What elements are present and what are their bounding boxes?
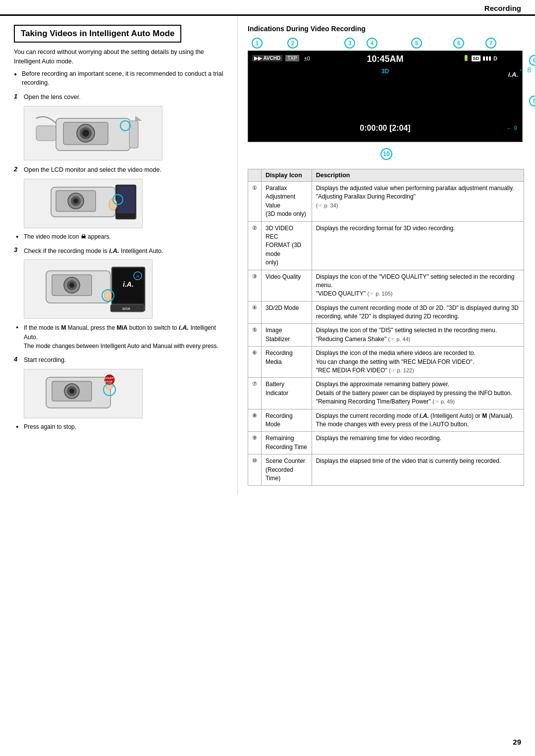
intro-bullet: Before recording an important scene, it … [14, 69, 226, 88]
indicator-3: 3 [344, 38, 355, 49]
offset-indicator: ±0 [304, 55, 310, 61]
table-row: ⑦ Battery Indicator Displays the approxi… [248, 378, 524, 409]
txp-indicator: TXP [285, 55, 299, 61]
step-text-4: Start recording. [24, 355, 66, 365]
left-column: Taking Videos in Intelligent Auto Mode Y… [0, 16, 238, 495]
step-3: 3 Check if the recording mode is i.A. In… [14, 246, 226, 256]
bullet-manual-note: If the mode is M Manual, press the MiA b… [14, 323, 226, 351]
row-num: ② [248, 221, 262, 270]
row-num: ④ [248, 301, 262, 324]
svg-point-28 [105, 290, 111, 301]
d-indicator: D [493, 55, 497, 61]
step-2: 2 Open the LCD monitor and select the vi… [14, 165, 226, 175]
svg-point-4 [82, 130, 89, 137]
row-icon: Image Stabilizer [262, 324, 312, 347]
camera-display: ▶▶ AVCHD TXP ±0 10:45AM 3D 🔋 SD ▮▮▮ D [248, 50, 523, 142]
row-icon: Recording Mode [262, 409, 312, 432]
table-row: ③ Video Quality Displays the icon of the… [248, 270, 524, 301]
indicator-1: 1 [252, 38, 263, 49]
camera-illustration-3: i.A. A M/iA [24, 259, 153, 319]
svg-point-13 [73, 199, 78, 203]
svg-rect-8 [36, 126, 56, 141]
step-text-3: Check if the recording mode is i.A. Inte… [24, 246, 163, 256]
row-num: ③ [248, 270, 262, 301]
section-title: Taking Videos in Intelligent Auto Mode [14, 25, 181, 43]
svg-text:STOP: STOP [105, 380, 112, 383]
row-num: ⑤ [248, 324, 262, 347]
row-desc: Displays the adjusted value when perform… [312, 182, 524, 222]
3d-label: 3D [381, 68, 389, 75]
col-desc-header: Description [312, 169, 524, 182]
row-icon: Battery Indicator [262, 378, 312, 409]
step-text-1: Open the lens cover. [24, 93, 81, 102]
row-num: ⑨ [248, 432, 262, 454]
camera-illustration-2 [24, 179, 143, 228]
counter-display: 0:00:00 [2:04] [360, 124, 410, 133]
row-icon: ParallaxAdjustment Value(3D mode only) [262, 182, 312, 222]
intro-text-1: You can record without worrying about th… [14, 48, 226, 66]
row-num: ⑥ [248, 347, 262, 378]
svg-text:M/iA: M/iA [122, 306, 131, 311]
page-number: 29 [513, 738, 521, 746]
right-column: Indications During Video Recording 1 2 3… [238, 16, 535, 495]
svg-point-36 [69, 389, 74, 394]
step-4: 4 Start recording. [14, 355, 226, 365]
row-desc: Displays the icon of the media where vid… [312, 347, 524, 378]
step-num-4: 4 [14, 355, 22, 363]
table-row: ⑥ Recording Media Displays the icon of t… [248, 347, 524, 378]
battery-icon: 🔋 [463, 55, 470, 61]
svg-text:i.A.: i.A. [123, 280, 134, 288]
row-icon: Recording Media [262, 347, 312, 378]
step-text-2: Open the LCD monitor and select the vide… [24, 165, 161, 175]
table-row: ⑩ Scene Counter(Recorded Time) Displays … [248, 454, 524, 486]
row-icon: Video Quality [262, 270, 312, 301]
row-num: ⑧ [248, 409, 262, 432]
table-row: ⑧ Recording Mode Displays the current re… [248, 409, 524, 432]
camera-illustration-4: START STOP [24, 369, 143, 418]
row-num: ⑩ [248, 454, 262, 486]
time-display: 10:45AM [367, 54, 403, 64]
svg-text:A: A [136, 274, 139, 279]
row-desc: Displays the remaining time for video re… [312, 432, 524, 454]
row-desc: Displays the current recording mode of 3… [312, 301, 524, 324]
avchd-indicator: ▶▶ AVCHD [252, 55, 282, 61]
sd-label: SD [472, 55, 481, 61]
description-table: Display Icon Description ① ParallaxAdjus… [248, 169, 524, 486]
arrow-9: ← 9 [506, 125, 517, 132]
camera-illustration-1 [24, 106, 162, 160]
table-row: ① ParallaxAdjustment Value(3D mode only)… [248, 182, 524, 222]
row-desc: Displays the recording format for 3D vid… [312, 221, 524, 270]
right-section-title: Indications During Video Recording [248, 25, 524, 33]
header-title: Recording [484, 4, 521, 12]
row-icon: 3D VIDEO RECFORMAT (3D modeonly) [262, 221, 312, 270]
row-icon: RemainingRecording Time [262, 432, 312, 454]
svg-marker-6 [135, 116, 142, 121]
indicator-6: 6 [453, 38, 464, 49]
col-num-header [248, 169, 262, 182]
row-desc: Displays the elapsed time of the video t… [312, 454, 524, 486]
col-icon-header: Display Icon [262, 169, 312, 182]
indicator-10-bubble: 10 [380, 148, 392, 160]
row-icon: Scene Counter(Recorded Time) [262, 454, 312, 486]
row-desc: Displays the current recording mode of i… [312, 409, 524, 432]
svg-point-22 [69, 283, 74, 288]
table-row: ⑤ Image Stabilizer Displays the icon of … [248, 324, 524, 347]
indicator-4: 4 [367, 38, 377, 49]
indicator-8-bubble: 8 [529, 55, 535, 66]
indicator-5: 5 [411, 38, 422, 49]
bullet-video-mode: The video mode icon ☠ appears. [14, 232, 226, 241]
row-desc: Displays the icon of the "VIDEO QUALITY"… [312, 270, 524, 301]
row-desc: Displays the approximate remaining batte… [312, 378, 524, 409]
indicator-2: 2 [287, 38, 298, 49]
table-row: ④ 3D/2D Mode Displays the current record… [248, 301, 524, 324]
row-num: ① [248, 182, 262, 222]
step-num-1: 1 [14, 93, 22, 100]
camera-display-wrapper: 1 2 3 4 5 6 7 ▶▶ AVCHD TXP ±0 10:45AM [248, 38, 525, 160]
step-num-3: 3 [14, 246, 22, 253]
row-num: ⑦ [248, 378, 262, 409]
table-row: ② 3D VIDEO RECFORMAT (3D modeonly) Displ… [248, 221, 524, 270]
indicator-9-bubble: 9 [529, 96, 535, 106]
step-num-2: 2 [14, 165, 22, 173]
d-label: ▮▮▮ [482, 55, 491, 61]
indicator-7: 7 [485, 38, 496, 49]
